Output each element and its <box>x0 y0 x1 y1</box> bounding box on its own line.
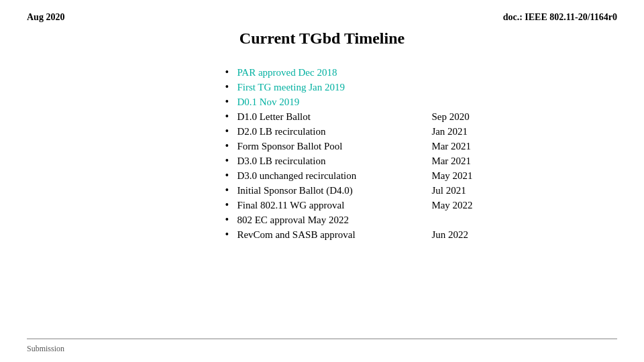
list-item: •D1.0 Letter BallotSep 2020 <box>225 111 472 123</box>
list-item-content: 802 EC approval May 2022 <box>237 215 431 226</box>
bullet-dot-icon: • <box>225 199 237 211</box>
list-item-content: Form Sponsor Ballot PoolMar 2021 <box>237 141 471 152</box>
list-item-content: D1.0 Letter BallotSep 2020 <box>237 111 469 123</box>
list-item-label: 802 EC approval May 2022 <box>237 215 431 226</box>
list-item: •D2.0 LB recirculationJan 2021 <box>225 125 472 137</box>
bullet-dot-icon: • <box>225 81 237 93</box>
header-doc: doc.: IEEE 802.11-20/1164r0 <box>503 12 617 23</box>
list-item: •First TG meeting Jan 2019 <box>225 81 472 93</box>
list-item-content: D3.0 LB recirculationMar 2021 <box>237 156 471 167</box>
header: Aug 2020 doc.: IEEE 802.11-20/1164r0 <box>27 12 617 23</box>
list-item: •RevCom and SASB approvalJun 2022 <box>225 229 472 241</box>
list-item-content: RevCom and SASB approvalJun 2022 <box>237 229 468 241</box>
timeline-list: •PAR approved Dec 2018•First TG meeting … <box>225 66 472 243</box>
list-item: •PAR approved Dec 2018 <box>225 66 472 78</box>
list-item-label: D3.0 unchanged recirculation <box>237 170 431 182</box>
list-item-date: Jul 2021 <box>431 185 466 196</box>
footer-label: Submission <box>27 344 64 353</box>
page-title: Current TGbd Timeline <box>27 29 617 48</box>
list-item-label: D1.0 Letter Ballot <box>237 111 431 123</box>
list-item-label: PAR approved Dec 2018 <box>237 67 431 78</box>
bullet-dot-icon: • <box>225 155 237 167</box>
list-item-content: Initial Sponsor Ballot (D4.0)Jul 2021 <box>237 185 466 196</box>
list-item-date: Jan 2021 <box>431 126 468 137</box>
list-item-content: Final 802.11 WG approvalMay 2022 <box>237 200 472 211</box>
footer: Submission <box>27 339 617 354</box>
bullet-dot-icon: • <box>225 184 237 196</box>
list-item-label: D2.0 LB recirculation <box>237 126 431 137</box>
header-date: Aug 2020 <box>27 12 64 23</box>
list-item-label: Form Sponsor Ballot Pool <box>237 141 431 152</box>
list-item-label: D3.0 LB recirculation <box>237 156 431 167</box>
list-item: •802 EC approval May 2022 <box>225 214 472 226</box>
bullet-dot-icon: • <box>225 111 237 123</box>
list-item-label: First TG meeting Jan 2019 <box>237 82 431 93</box>
list-item: •D0.1 Nov 2019 <box>225 96 472 108</box>
content-area: •PAR approved Dec 2018•First TG meeting … <box>27 66 617 243</box>
bullet-dot-icon: • <box>225 66 237 78</box>
list-item-label: RevCom and SASB approval <box>237 229 431 241</box>
list-item-label: Final 802.11 WG approval <box>237 200 431 211</box>
list-item-date: Sep 2020 <box>431 111 469 123</box>
list-item-label: D0.1 Nov 2019 <box>237 97 431 108</box>
bullet-dot-icon: • <box>225 140 237 152</box>
bullet-dot-icon: • <box>225 229 237 241</box>
list-item-content: D2.0 LB recirculationJan 2021 <box>237 126 468 137</box>
bullet-dot-icon: • <box>225 170 237 182</box>
list-item-date: Mar 2021 <box>431 141 471 152</box>
list-item-content: PAR approved Dec 2018 <box>237 67 431 78</box>
list-item: •Form Sponsor Ballot PoolMar 2021 <box>225 140 472 152</box>
list-item: •D3.0 unchanged recirculationMay 2021 <box>225 170 472 182</box>
list-item-date: Jun 2022 <box>431 229 468 241</box>
list-item-content: D3.0 unchanged recirculationMay 2021 <box>237 170 472 182</box>
list-item-date: May 2022 <box>431 200 472 211</box>
list-item: •Final 802.11 WG approvalMay 2022 <box>225 199 472 211</box>
bullet-dot-icon: • <box>225 125 237 137</box>
list-item-date: Mar 2021 <box>431 156 471 167</box>
list-item: •Initial Sponsor Ballot (D4.0)Jul 2021 <box>225 184 472 196</box>
list-item-label: Initial Sponsor Ballot (D4.0) <box>237 185 431 196</box>
page: Aug 2020 doc.: IEEE 802.11-20/1164r0 Cur… <box>0 0 644 362</box>
list-item-content: First TG meeting Jan 2019 <box>237 82 431 93</box>
list-item: •D3.0 LB recirculationMar 2021 <box>225 155 472 167</box>
list-item-content: D0.1 Nov 2019 <box>237 97 431 108</box>
list-item-date: May 2021 <box>431 170 472 182</box>
bullet-dot-icon: • <box>225 214 237 226</box>
bullet-dot-icon: • <box>225 96 237 108</box>
